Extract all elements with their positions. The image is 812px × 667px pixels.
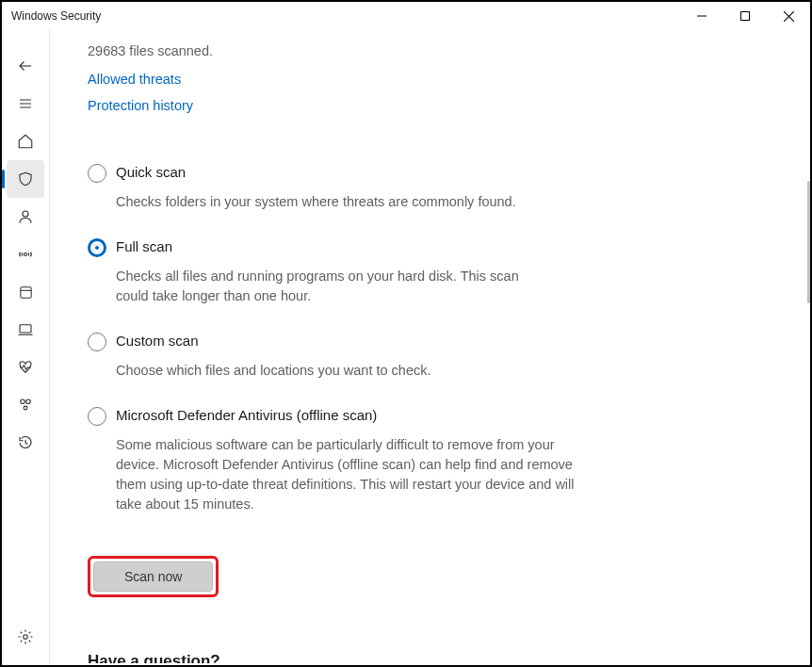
svg-point-15 <box>26 399 31 404</box>
sidebar-item-family[interactable] <box>7 386 44 424</box>
option-desc: Checks all files and running programs on… <box>116 267 540 306</box>
option-full-scan[interactable]: Full scan <box>88 238 772 257</box>
network-icon <box>17 246 34 263</box>
have-question-heading: Have a question? <box>88 652 772 663</box>
option-quick-scan[interactable]: Quick scan <box>88 164 772 183</box>
sidebar-item-app-browser[interactable] <box>7 273 44 311</box>
titlebar: Windows Security <box>2 2 810 30</box>
scan-now-button[interactable]: Scan now <box>93 561 213 592</box>
svg-rect-12 <box>20 325 31 333</box>
option-offline-scan[interactable]: Microsoft Defender Antivirus (offline sc… <box>88 407 772 426</box>
sidebar <box>2 30 49 663</box>
sidebar-item-device-security[interactable] <box>7 311 44 349</box>
app-icon <box>18 285 34 301</box>
svg-point-8 <box>23 211 28 217</box>
gear-icon <box>17 628 34 645</box>
sidebar-item-virus-protection[interactable] <box>7 160 44 198</box>
family-icon <box>17 397 34 414</box>
option-desc: Some malicious software can be particula… <box>116 435 577 514</box>
option-custom-scan[interactable]: Custom scan <box>88 333 772 351</box>
window-title: Windows Security <box>11 9 101 23</box>
radio-icon <box>88 238 106 257</box>
home-icon <box>17 133 34 150</box>
radio-icon <box>88 407 106 426</box>
option-label: Custom scan <box>116 333 199 349</box>
option-label: Microsoft Defender Antivirus (offline sc… <box>116 407 377 423</box>
sidebar-item-firewall[interactable] <box>7 236 44 273</box>
scrollbar[interactable] <box>806 30 810 663</box>
sidebar-item-account[interactable] <box>7 198 44 236</box>
scrollbar-thumb[interactable] <box>807 181 810 303</box>
radio-icon <box>88 333 106 351</box>
person-icon <box>17 208 34 225</box>
minimize-button[interactable] <box>680 2 723 30</box>
option-desc: Checks folders in your system where thre… <box>116 192 577 212</box>
window-controls <box>680 2 810 30</box>
allowed-threats-link[interactable]: Allowed threats <box>88 72 772 87</box>
sidebar-item-settings[interactable] <box>7 618 44 656</box>
protection-history-link[interactable]: Protection history <box>88 98 772 113</box>
svg-point-16 <box>24 406 27 410</box>
scan-status-text: 29683 files scanned. <box>88 43 772 58</box>
svg-point-17 <box>24 635 28 640</box>
back-button[interactable] <box>7 47 44 85</box>
option-label: Quick scan <box>116 164 186 180</box>
menu-button[interactable] <box>7 85 44 122</box>
radio-icon <box>88 164 106 183</box>
sidebar-item-home[interactable] <box>7 122 44 160</box>
shield-icon <box>17 171 34 187</box>
svg-rect-1 <box>741 12 750 21</box>
laptop-icon <box>17 321 34 338</box>
sidebar-item-protection-history[interactable] <box>7 424 44 462</box>
back-arrow-icon <box>17 57 34 74</box>
scan-now-highlight: Scan now <box>88 556 219 597</box>
heart-pulse-icon <box>17 359 34 376</box>
svg-point-9 <box>24 253 27 256</box>
sidebar-item-device-performance[interactable] <box>7 349 44 386</box>
close-button[interactable] <box>767 2 810 30</box>
history-icon <box>17 434 34 451</box>
main-content: 29683 files scanned. Allowed threats Pro… <box>50 30 810 663</box>
hamburger-icon <box>18 96 33 111</box>
option-desc: Choose which files and locations you wan… <box>116 361 577 381</box>
svg-rect-10 <box>20 286 30 297</box>
svg-point-14 <box>21 399 25 404</box>
maximize-button[interactable] <box>723 2 767 30</box>
option-label: Full scan <box>116 238 172 254</box>
